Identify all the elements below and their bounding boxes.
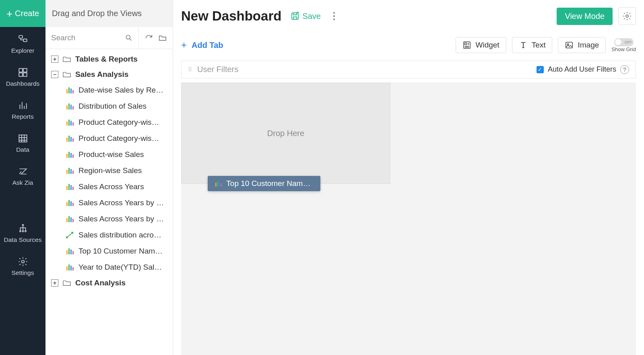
tree-item-label: Distribution of Sales <box>78 102 147 111</box>
svg-point-7 <box>19 231 21 232</box>
svg-rect-44 <box>72 203 74 206</box>
user-filters-bar[interactable]: ⠿ User Filters ✓ Auto Add User Filters ? <box>181 60 636 78</box>
sidebar-item-explorer[interactable]: Explorer <box>0 27 45 60</box>
barchart-icon <box>66 103 74 110</box>
gear-icon <box>622 11 632 21</box>
tree-item[interactable]: Region-wise Sales <box>45 163 173 179</box>
svg-rect-51 <box>70 250 72 254</box>
tree-item[interactable]: Product Category-wis… <box>45 114 173 130</box>
tree-item[interactable]: Sales Across Years <box>45 179 173 195</box>
svg-rect-52 <box>72 251 74 254</box>
tree-item[interactable]: Year to Date(YTD) Sal… <box>45 259 173 275</box>
sidebar-label: Data <box>16 146 29 153</box>
tree-item-label: Product Category-wis… <box>78 118 159 127</box>
collapse-icon[interactable]: − <box>51 71 58 78</box>
create-button[interactable]: + Create <box>0 0 45 27</box>
sidebar-item-settings[interactable]: Settings <box>0 249 45 282</box>
sidebar-item-dashboards[interactable]: Dashboards <box>0 60 45 93</box>
add-tab-button[interactable]: + Add Tab <box>181 39 223 51</box>
sidebar-item-reports[interactable]: Reports <box>0 93 45 126</box>
tree-item[interactable]: Date-wise Sales by Re… <box>45 82 173 98</box>
svg-point-12 <box>126 35 130 39</box>
main-area: New Dashboard Save View Mode + Add Tab <box>173 0 644 355</box>
save-button[interactable]: Save <box>290 11 321 21</box>
tree-item[interactable]: Distribution of Sales <box>45 98 173 114</box>
folder-icon <box>62 279 71 287</box>
image-button[interactable]: Image <box>558 37 606 53</box>
svg-rect-29 <box>66 154 68 158</box>
svg-rect-27 <box>70 137 72 142</box>
tree-item-label: Product Category-wis… <box>78 134 159 143</box>
expand-icon[interactable]: + <box>51 56 58 63</box>
show-grid-toggle[interactable]: OFF Show Grid <box>611 38 636 52</box>
help-icon[interactable]: ? <box>620 65 629 74</box>
svg-rect-20 <box>72 106 74 109</box>
svg-rect-60 <box>465 43 467 45</box>
svg-rect-33 <box>66 170 68 174</box>
expand-icon[interactable]: + <box>51 279 58 287</box>
dashboard-canvas[interactable]: Drop Here Top 10 Customer Name b… <box>181 83 636 355</box>
tree-item[interactable]: Sales Across Years by … <box>45 195 173 211</box>
views-header: Drag and Drop the Views <box>45 0 173 27</box>
svg-rect-50 <box>68 248 70 254</box>
tree-item[interactable]: Sales Across Years by … <box>45 211 173 227</box>
tree-item-label: Date-wise Sales by Re… <box>78 86 163 95</box>
svg-rect-32 <box>72 155 74 158</box>
svg-rect-54 <box>68 264 70 270</box>
more-menu-button[interactable] <box>330 10 339 23</box>
search-input[interactable] <box>51 33 125 42</box>
show-grid-label: Show Grid <box>611 46 636 52</box>
barchart-icon <box>66 87 74 94</box>
scatter-icon <box>66 231 74 239</box>
data-icon <box>18 133 28 144</box>
folder-sales-analysis[interactable]: − Sales Analysis <box>45 67 173 82</box>
tree-item[interactable]: Product-wise Sales <box>45 147 173 163</box>
barchart-icon <box>66 248 74 255</box>
tree-item-label: Sales distribution acro… <box>78 231 161 239</box>
drag-handle-icon[interactable]: ⠿ <box>188 66 192 73</box>
svg-rect-36 <box>72 171 74 174</box>
barchart-icon <box>66 183 74 190</box>
folder-icon <box>62 56 71 63</box>
toggle-switch[interactable]: OFF <box>614 38 634 46</box>
svg-point-10 <box>22 225 23 226</box>
svg-rect-47 <box>70 217 72 222</box>
widget-button[interactable]: Widget <box>456 37 506 53</box>
sidebar-item-askzia[interactable]: Ask Zia <box>0 159 45 192</box>
folder-cost-analysis[interactable]: + Cost Analysis <box>45 275 173 291</box>
explorer-icon <box>18 34 28 45</box>
left-sidebar: + Create Explorer Dashboards Reports Dat… <box>0 0 45 355</box>
svg-rect-37 <box>66 186 68 190</box>
sidebar-item-data[interactable]: Data <box>0 126 45 159</box>
refresh-icon[interactable] <box>144 33 153 42</box>
barchart-icon <box>66 199 74 206</box>
new-folder-icon[interactable] <box>158 33 167 42</box>
gear-button[interactable] <box>618 7 636 25</box>
save-label: Save <box>302 12 321 21</box>
tree-item-label: Sales Across Years <box>78 182 144 191</box>
svg-rect-28 <box>72 138 74 142</box>
views-panel: Drag and Drop the Views + Tables & Repor… <box>45 0 173 355</box>
drop-zone[interactable]: Drop Here <box>181 83 390 184</box>
datasources-icon <box>18 223 28 234</box>
sidebar-label: Settings <box>11 269 34 277</box>
tree-item[interactable]: Product Category-wis… <box>45 130 173 147</box>
svg-rect-63 <box>215 183 217 186</box>
view-mode-button[interactable]: View Mode <box>557 8 613 25</box>
svg-rect-4 <box>19 73 23 76</box>
sidebar-item-datasources[interactable]: Data Sources <box>0 216 45 249</box>
text-button[interactable]: Text <box>512 37 553 53</box>
folder-tables-reports[interactable]: + Tables & Reports <box>45 52 173 67</box>
tree-item-label: Region-wise Sales <box>78 166 142 175</box>
add-tab-label: Add Tab <box>192 41 223 50</box>
views-tree: + Tables & Reports − Sales Analysis Date… <box>45 49 173 355</box>
search-icon[interactable] <box>125 33 133 42</box>
drag-ghost: Top 10 Customer Name b… <box>208 176 320 191</box>
svg-rect-42 <box>68 200 70 206</box>
tree-item[interactable]: Sales distribution acro… <box>45 227 173 243</box>
svg-rect-30 <box>68 152 70 158</box>
svg-rect-65 <box>219 182 220 186</box>
folder-icon <box>62 71 71 78</box>
tree-item[interactable]: Top 10 Customer Nam… <box>45 243 173 259</box>
auto-add-checkbox[interactable]: ✓ <box>537 66 544 73</box>
